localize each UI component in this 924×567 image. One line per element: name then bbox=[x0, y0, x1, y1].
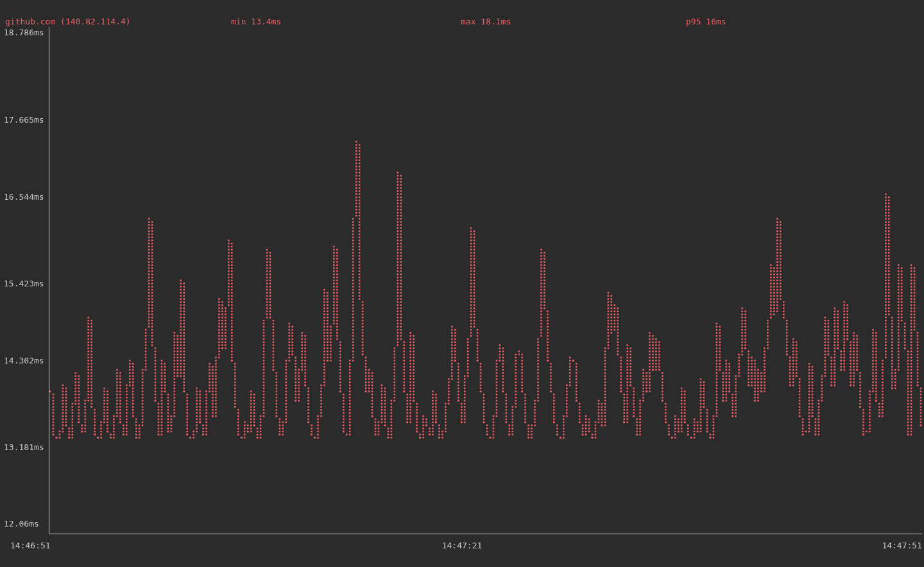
x-tick-label: 14:47:21 bbox=[442, 541, 483, 550]
y-tick-label: 12.06ms bbox=[4, 519, 39, 528]
y-tick-label: 16.544ms bbox=[4, 192, 44, 202]
y-tick-label: 18.786ms bbox=[4, 28, 44, 37]
stat-min-label: min 13.4ms bbox=[231, 17, 281, 26]
terminal-screen: github.com (140.82.114.4) min 13.4ms max… bbox=[0, 0, 924, 567]
target-host-label: github.com (140.82.114.4) bbox=[5, 17, 131, 26]
x-tick-label: 14:46:51 bbox=[10, 541, 51, 550]
stat-p95-label: p95 16ms bbox=[686, 17, 726, 26]
y-tick-label: 14.302ms bbox=[4, 356, 44, 365]
y-tick-label: 13.181ms bbox=[4, 442, 44, 452]
stat-max-label: max 18.1ms bbox=[461, 17, 511, 26]
y-tick-label: 15.423ms bbox=[4, 279, 44, 288]
latency-plot-canvas bbox=[0, 0, 924, 567]
y-tick-label: 17.665ms bbox=[4, 115, 44, 125]
x-tick-label: 14:47:51 bbox=[882, 541, 922, 550]
